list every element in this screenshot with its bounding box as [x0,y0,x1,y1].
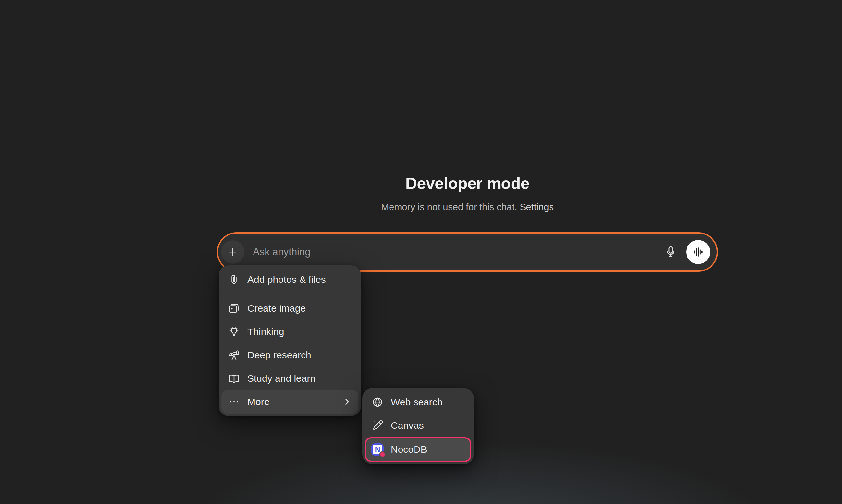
memory-notice: Memory is not used for this chat. [381,202,517,212]
dictate-button[interactable] [662,244,679,260]
voice-mode-icon [692,246,704,258]
lightbulb-icon [228,326,240,338]
microphone-icon [664,245,677,259]
nocodb-logo: N [371,443,384,456]
menu-item-label: Create image [247,303,306,314]
menu-item-study-and-learn[interactable]: Study and learn [221,367,358,390]
submenu-item-web-search[interactable]: Web search [365,391,471,414]
ellipsis-icon [228,396,240,408]
menu-item-create-image[interactable]: Create image [221,297,358,320]
menu-item-more[interactable]: More [221,390,358,414]
menu-item-add-photos-files[interactable]: Add photos & files [221,268,358,291]
menu-item-label: Web search [391,397,443,408]
menu-item-label: Study and learn [247,373,315,384]
pen-sparkle-icon [371,419,384,432]
hero: Developer mode Memory is not used for th… [175,174,759,213]
plus-icon [227,246,239,258]
menu-item-label: Add photos & files [247,274,326,285]
more-submenu: Web search Canvas N NocoDB [362,388,474,464]
create-image-icon [228,302,240,314]
attach-button[interactable] [221,240,244,264]
page-title: Developer mode [175,174,759,193]
nocodb-letter: N [375,446,380,453]
paperclip-icon [228,273,240,286]
settings-link[interactable]: Settings [520,202,554,212]
open-book-icon [228,372,240,385]
menu-item-label: NocoDB [391,444,427,455]
menu-divider [226,294,354,294]
voice-mode-button[interactable] [686,240,710,264]
globe-icon [371,396,384,408]
composer-input[interactable] [253,246,662,258]
nocodb-dot [380,452,385,457]
menu-item-label: Thinking [247,326,284,337]
menu-item-label: More [247,396,270,407]
submenu-item-canvas[interactable]: Canvas [365,414,471,437]
page-background: { "colors": { "background": "#212121", "… [0,0,842,504]
submenu-item-nocodb[interactable]: N NocoDB [365,437,471,462]
menu-item-deep-research[interactable]: Deep research [221,343,358,367]
telescope-icon [228,349,240,361]
menu-item-thinking[interactable]: Thinking [221,320,358,343]
chevron-right-icon [342,397,352,407]
menu-item-label: Deep research [247,349,311,361]
menu-item-label: Canvas [391,420,424,431]
attach-menu: Add photos & files Create image T [219,265,361,416]
